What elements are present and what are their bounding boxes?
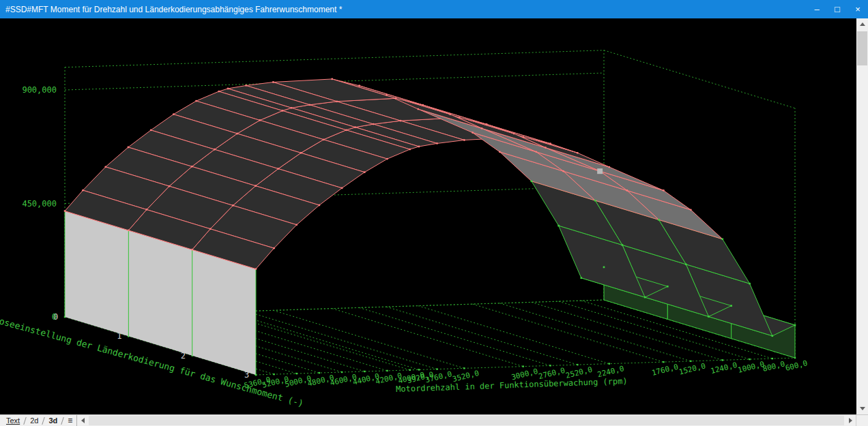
vertex-marker[interactable] bbox=[331, 78, 333, 80]
vertex-marker[interactable] bbox=[354, 126, 356, 128]
vertex-marker[interactable] bbox=[64, 210, 66, 212]
vertex-marker[interactable] bbox=[667, 286, 669, 288]
vertex-marker[interactable] bbox=[255, 185, 257, 187]
vertex-marker[interactable] bbox=[459, 117, 461, 119]
selected-cell-marker[interactable] bbox=[597, 168, 603, 174]
vertex-marker[interactable] bbox=[145, 209, 147, 211]
vertex-marker[interactable] bbox=[436, 142, 438, 144]
scroll-left-icon[interactable] bbox=[77, 415, 88, 426]
vertex-marker[interactable] bbox=[395, 97, 397, 100]
tab-2d[interactable]: 2d bbox=[26, 416, 42, 425]
vertex-marker[interactable] bbox=[721, 238, 723, 240]
vertex-marker[interactable] bbox=[581, 277, 583, 279]
vertex-marker[interactable] bbox=[245, 85, 247, 87]
vertex-marker[interactable] bbox=[690, 209, 692, 211]
vertex-marker[interactable] bbox=[422, 104, 424, 106]
vertex-marker[interactable] bbox=[418, 146, 420, 148]
vertex-marker[interactable] bbox=[549, 142, 551, 144]
vertex-marker[interactable] bbox=[323, 138, 325, 140]
tab-text[interactable]: Text bbox=[2, 416, 24, 425]
vertex-marker[interactable] bbox=[232, 204, 234, 207]
vertex-marker[interactable] bbox=[173, 113, 175, 115]
vertex-marker[interactable] bbox=[644, 296, 646, 299]
vertex-marker[interactable] bbox=[463, 139, 465, 141]
close-button[interactable]: × bbox=[848, 0, 868, 18]
scroll-down-icon[interactable] bbox=[856, 403, 868, 414]
vertex-marker[interactable] bbox=[545, 147, 547, 149]
vertex-marker[interactable] bbox=[295, 224, 298, 226]
vertex-marker[interactable] bbox=[358, 85, 360, 87]
vertex-marker[interactable] bbox=[685, 263, 687, 265]
vertex-marker[interactable] bbox=[663, 189, 665, 192]
vertex-marker[interactable] bbox=[291, 107, 293, 109]
vertical-scroll-thumb[interactable] bbox=[857, 31, 867, 65]
maximize-button[interactable]: □ bbox=[827, 0, 848, 18]
vertex-marker[interactable] bbox=[319, 204, 321, 207]
vertex-marker[interactable] bbox=[259, 119, 261, 121]
tab-3d[interactable]: 3d bbox=[44, 416, 61, 425]
vertex-marker[interactable] bbox=[472, 132, 474, 134]
vertex-marker[interactable] bbox=[373, 123, 375, 125]
vertex-marker[interactable] bbox=[364, 171, 366, 173]
vertical-scrollbar[interactable] bbox=[856, 18, 868, 414]
vertex-marker[interactable] bbox=[499, 151, 501, 153]
vertex-marker[interactable] bbox=[409, 149, 411, 151]
vertex-marker[interactable] bbox=[708, 316, 710, 318]
3d-surface-plot[interactable]: 5360,05200,05000,04800,04600,04400,04200… bbox=[0, 18, 856, 414]
vertex-marker[interactable] bbox=[255, 268, 257, 270]
vertex-marker[interactable] bbox=[513, 133, 515, 135]
vertex-marker[interactable] bbox=[150, 130, 152, 132]
horizontal-scrollbar[interactable] bbox=[76, 415, 856, 426]
vertex-marker[interactable] bbox=[277, 168, 279, 170]
vertex-marker[interactable] bbox=[282, 110, 284, 112]
horizontal-scroll-thumb[interactable] bbox=[89, 416, 844, 425]
vertex-marker[interactable] bbox=[530, 180, 532, 182]
vertex-marker[interactable] bbox=[169, 185, 171, 187]
vertex-marker[interactable] bbox=[236, 133, 238, 135]
vertex-marker[interactable] bbox=[227, 88, 229, 90]
vertex-marker[interactable] bbox=[622, 244, 624, 246]
vertex-marker[interactable] bbox=[272, 81, 274, 83]
vertex-marker[interactable] bbox=[794, 324, 796, 326]
vertex-marker[interactable] bbox=[386, 158, 388, 160]
vertex-marker[interactable] bbox=[481, 127, 483, 130]
vertex-marker[interactable] bbox=[104, 166, 106, 168]
vertex-marker[interactable] bbox=[771, 335, 773, 337]
vertex-marker[interactable] bbox=[336, 100, 338, 102]
vertex-marker[interactable] bbox=[195, 100, 197, 102]
vertex-marker[interactable] bbox=[626, 189, 628, 192]
minimize-button[interactable]: – bbox=[807, 0, 827, 18]
vertex-marker[interactable] bbox=[449, 113, 451, 115]
vertex-marker[interactable] bbox=[82, 189, 84, 192]
vertex-marker[interactable] bbox=[603, 267, 605, 269]
vertex-marker[interactable] bbox=[730, 305, 732, 307]
vertex-marker[interactable] bbox=[608, 166, 610, 168]
vertex-marker[interactable] bbox=[417, 108, 419, 110]
vertex-marker[interactable] bbox=[341, 187, 343, 189]
vertex-marker[interactable] bbox=[486, 123, 488, 125]
vertex-marker[interactable] bbox=[535, 151, 537, 153]
view-menu-icon[interactable]: ≡ bbox=[63, 416, 76, 425]
vertex-marker[interactable] bbox=[191, 249, 193, 251]
vertex-marker[interactable] bbox=[209, 228, 212, 230]
vertex-marker[interactable] bbox=[218, 91, 220, 93]
vertex-marker[interactable] bbox=[386, 94, 388, 96]
scroll-right-icon[interactable] bbox=[845, 415, 856, 426]
vertex-marker[interactable] bbox=[273, 247, 275, 249]
vertex-marker[interactable] bbox=[558, 225, 560, 227]
vertex-marker[interactable] bbox=[562, 170, 564, 172]
vertex-marker[interactable] bbox=[594, 200, 596, 202]
vertex-marker[interactable] bbox=[400, 120, 402, 122]
scroll-up-icon[interactable] bbox=[856, 18, 868, 30]
vertex-marker[interactable] bbox=[749, 283, 751, 285]
vertex-marker[interactable] bbox=[300, 152, 302, 154]
vertex-marker[interactable] bbox=[191, 166, 193, 168]
vertex-marker[interactable] bbox=[658, 219, 660, 221]
vertex-marker[interactable] bbox=[128, 147, 130, 149]
vertex-marker[interactable] bbox=[522, 136, 524, 138]
vertex-marker[interactable] bbox=[577, 152, 579, 154]
vertex-marker[interactable] bbox=[128, 230, 130, 232]
vertex-marker[interactable] bbox=[214, 149, 216, 151]
vertex-marker[interactable] bbox=[308, 104, 310, 106]
vertex-marker[interactable] bbox=[345, 129, 347, 131]
